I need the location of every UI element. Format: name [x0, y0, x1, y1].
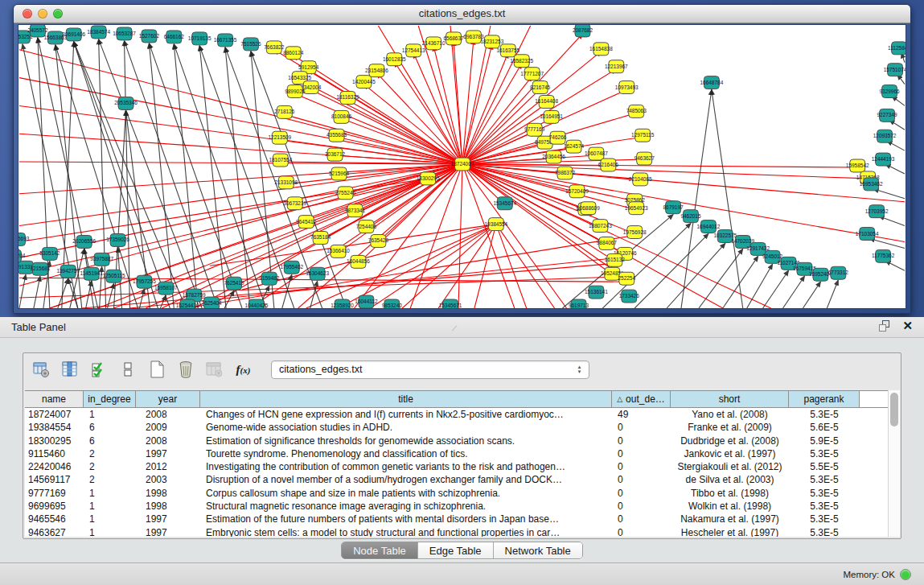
function-builder-icon[interactable]: f(x) [232, 359, 254, 381]
tab-network-table[interactable]: Network Table [494, 542, 582, 558]
table-row[interactable]: 1938455462009Genome-wide association stu… [25, 421, 889, 434]
graph-node[interactable]: 13942757 [56, 265, 80, 278]
graph-node[interactable]: 15304623 [306, 267, 329, 280]
graph-node[interactable]: 7515526 [240, 38, 261, 51]
graph-node[interactable]: 9777169 [524, 123, 545, 136]
graph-node[interactable]: 16012835 [383, 53, 406, 66]
network-window[interactable]: citations_edges.txt 30532512405572156638… [13, 4, 911, 314]
graph-node[interactable]: 17359026 [106, 234, 129, 247]
unselect-all-icon[interactable] [117, 359, 138, 381]
zoom-button[interactable] [53, 9, 63, 19]
table-row[interactable]: 969969511998Structural magnetic resonanc… [25, 500, 889, 513]
graph-node[interactable]: 16648784 [700, 76, 724, 89]
graph-node[interactable]: 6568637 [443, 32, 464, 45]
graph-node[interactable]: 9645412 [296, 216, 317, 229]
column-header-year[interactable]: year [136, 391, 200, 407]
graph-node[interactable]: 11775362 [872, 249, 895, 262]
graph-node[interactable]: 10164951 [540, 110, 563, 123]
column-header-in_degree[interactable]: in_degree [84, 391, 136, 407]
network-canvas[interactable]: 3053251240557215663863306914061838457410… [18, 24, 906, 309]
close-panel-icon[interactable]: ✕ [902, 320, 913, 332]
graph-node[interactable]: 9899026 [285, 85, 306, 98]
graph-node[interactable]: 16671355 [214, 34, 237, 47]
graph-node[interactable]: 7663822 [264, 41, 285, 54]
graph-node[interactable]: 7625419 [224, 277, 244, 290]
graph-node[interactable]: 10440425 [245, 299, 269, 308]
table-row[interactable]: 911546021997Tourette syndrome. Phenomeno… [25, 447, 889, 460]
graph-node[interactable]: 15751074 [884, 64, 906, 76]
graph-node[interactable]: 8100846 [331, 110, 352, 123]
graph-node[interactable]: 12444193 [872, 153, 895, 166]
graph-node[interactable]: 12505115 [102, 270, 125, 282]
column-header-title[interactable]: title [200, 391, 612, 407]
graph-node[interactable]: 16154838 [589, 43, 613, 56]
graph-node[interactable]: 7635184 [310, 232, 331, 245]
scrollbar-thumb[interactable] [890, 393, 898, 426]
graph-node[interactable]: 746266 [549, 131, 567, 144]
graph-node[interactable]: 1615132 [605, 253, 626, 266]
close-button[interactable] [23, 9, 32, 19]
column-header-name[interactable]: name [25, 391, 84, 407]
column-header-out_de[interactable]: △out_de… [612, 391, 671, 407]
table-settings-icon[interactable] [30, 359, 51, 381]
tab-node-table[interactable]: Node Table [342, 542, 418, 558]
table-row[interactable]: 946362711997Embryonic stem cells: a mode… [25, 526, 889, 537]
table-row[interactable]: 1456911722003Disruption of a novel membe… [25, 473, 889, 486]
graph-node[interactable]: 9463627 [634, 152, 655, 165]
graph-node[interactable]: 6216406 [598, 159, 619, 171]
table-row[interactable]: 1830029562008Estimation of significance … [25, 435, 889, 447]
graph-node[interactable]: 16944012 [697, 220, 721, 233]
graph-node[interactable]: 10973493 [615, 81, 639, 94]
minimize-button[interactable] [38, 9, 47, 19]
graph-node[interactable]: 20206556 [72, 236, 96, 249]
graph-node[interactable]: 17771207 [520, 68, 544, 80]
graph-node[interactable]: 5215964 [329, 167, 350, 180]
graph-node[interactable]: 3036712 [325, 148, 346, 161]
graph-node[interactable]: 1527602 [139, 30, 160, 43]
graph-node[interactable]: 21331098 [274, 176, 298, 189]
graph-node[interactable]: 25205693 [18, 233, 30, 246]
graph-node[interactable]: 2755246 [335, 187, 356, 200]
show-columns-icon[interactable] [59, 359, 80, 381]
graph-node[interactable]: 252254 [618, 272, 635, 285]
graph-node[interactable]: 9884067 [597, 237, 618, 250]
graph-node[interactable]: 9873341 [345, 204, 366, 217]
graph-node[interactable]: 9227349 [877, 109, 898, 122]
graph-node[interactable]: 12975115 [631, 129, 655, 142]
graph-node[interactable]: 17103054 [856, 228, 879, 241]
graph-node[interactable]: 16164408 [535, 96, 558, 109]
network-window-titlebar[interactable]: citations_edges.txt [14, 5, 910, 23]
graph-node[interactable]: 9619713 [569, 299, 589, 308]
graph-node[interactable]: 12213509 [268, 131, 291, 144]
graph-node[interactable]: 11125840 [888, 42, 906, 55]
graph-node[interactable]: 20535346 [114, 97, 138, 109]
graph-node[interactable]: 12358920 [331, 299, 354, 308]
graph-node[interactable]: 18384574 [87, 26, 110, 39]
graph-node[interactable]: 18116329 [336, 92, 359, 105]
graph-node[interactable]: 15136141 [585, 286, 608, 299]
tab-edge-table[interactable]: Edge Table [418, 542, 494, 558]
table-select-dropdown[interactable]: citations_edges.txt ▲▼ [271, 360, 589, 379]
graph-node[interactable]: 8860124 [283, 47, 304, 60]
graph-node[interactable]: 4355683 [326, 129, 347, 142]
graph-node[interactable]: 5305142 [39, 247, 60, 260]
table-row[interactable]: 946554611997Estimation of the future num… [25, 513, 889, 525]
table-row[interactable]: 1872400712008Changes of HCN gene express… [25, 408, 889, 421]
column-header-pagerank[interactable]: pagerank [789, 391, 860, 407]
graph-node[interactable]: 12213967 [605, 60, 628, 73]
panel-resize-grip[interactable]: ⟋ [452, 318, 458, 339]
graph-node[interactable]: 93975887 [90, 253, 113, 266]
column-header-short[interactable]: short [671, 391, 789, 407]
graph-node[interactable]: 12093572 [873, 130, 897, 142]
graph-node[interactable]: 22104085 [629, 173, 652, 186]
graph-node[interactable]: 1733426 [619, 290, 640, 303]
graph-node[interactable]: 7635428 [368, 235, 389, 248]
table-vertical-scrollbar[interactable] [888, 390, 900, 537]
graph-node[interactable]: 9462015 [680, 210, 701, 223]
graph-node[interactable]: 9329966 [879, 85, 900, 98]
graph-node[interactable]: 10719135 [188, 32, 211, 45]
table-row[interactable]: 977716911998Corpus callosum shape and si… [25, 487, 889, 500]
float-window-icon[interactable] [879, 320, 891, 332]
graph-node[interactable]: 18107554 [269, 154, 292, 167]
graph-node[interactable]: 1215681 [30, 262, 51, 275]
